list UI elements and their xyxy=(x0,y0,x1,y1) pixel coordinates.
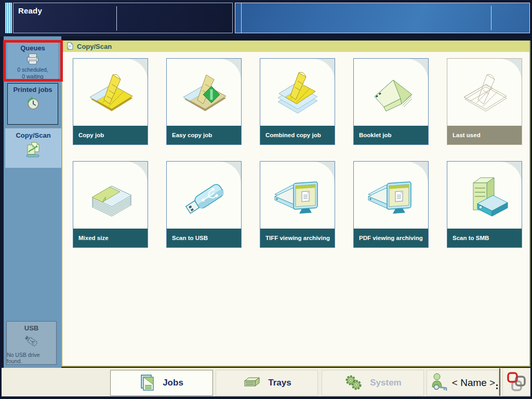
status-ready-label: Ready xyxy=(18,6,42,15)
tile-easy-copy-job[interactable]: Easy copy job xyxy=(166,58,242,145)
copy-scan-header: Copy/Scan xyxy=(62,41,529,52)
copy-scan-pages-icon xyxy=(24,141,42,158)
tray-icon xyxy=(242,376,261,390)
usb-status-text: No USB drive found. xyxy=(7,352,56,364)
printed-jobs-label: Printed jobs xyxy=(13,86,52,94)
tile-label: TIFF viewing archiving xyxy=(260,229,335,247)
tile-combined-copy-job[interactable]: Combined copy job xyxy=(260,58,335,145)
tile-last-used[interactable]: Last used xyxy=(447,58,522,145)
tile-icon-area xyxy=(260,59,335,126)
sidebar-item-queues[interactable]: Queues 0 scheduled, 0 waiting xyxy=(7,43,58,80)
queues-scheduled-count: 0 scheduled, xyxy=(17,66,48,73)
tile-pdf-viewing-archiving[interactable]: PDF viewing archiving xyxy=(353,161,429,248)
tile-label: Scan to USB xyxy=(167,229,241,247)
status-panel-divider xyxy=(116,6,117,31)
tile-icon-area xyxy=(167,59,241,126)
gears-icon xyxy=(344,375,363,391)
tile-scan-to-usb[interactable]: Scan to USB xyxy=(166,161,242,248)
switch-workspace-button[interactable] xyxy=(502,368,530,396)
scanner-monitor-icon xyxy=(364,169,418,221)
tile-icon-area xyxy=(447,162,522,229)
scanner-monitor-icon xyxy=(271,169,325,221)
tile-copy-job[interactable]: Copy job xyxy=(73,58,148,145)
tile-label: Combined copy job xyxy=(260,126,335,144)
tab-system[interactable]: System xyxy=(322,370,424,396)
tile-icon-area xyxy=(354,162,428,229)
login-name-label: < Name > xyxy=(452,377,495,389)
sidebar-item-copy-scan[interactable]: Copy/Scan xyxy=(5,128,61,168)
tile-icon-area xyxy=(167,162,241,229)
status-bar: Ready xyxy=(0,0,532,36)
login-name-button[interactable]: < Name > xyxy=(427,370,499,396)
server-binder-icon xyxy=(458,169,512,221)
scan-doc-icon xyxy=(66,42,74,50)
booklet-icon xyxy=(364,66,418,118)
tile-mixed-size[interactable]: Mixed size xyxy=(73,161,148,248)
brand-stripes xyxy=(5,3,12,33)
tile-scan-to-smb[interactable]: Scan to SMB xyxy=(447,161,522,248)
media-status-panel xyxy=(235,3,530,33)
tile-label: Easy copy job xyxy=(167,126,241,144)
jobs-doc-icon xyxy=(140,374,155,392)
tab-trays[interactable]: Trays xyxy=(216,370,318,396)
combined-copy-icon xyxy=(271,66,325,118)
queues-waiting-count: 0 waiting xyxy=(22,73,43,80)
divider-grip-dots xyxy=(496,384,498,391)
tile-icon-area xyxy=(354,59,428,126)
main-content: Copy/Scan Copy job xyxy=(61,41,530,367)
printer-icon xyxy=(25,54,41,65)
sidebar-item-usb[interactable]: USB No USB drive found. xyxy=(6,321,57,365)
media-panel-divider-left xyxy=(241,3,242,33)
page-title: Copy/Scan xyxy=(77,43,112,50)
queues-label: Queues xyxy=(20,44,45,52)
tile-icon-area xyxy=(73,162,148,229)
tile-label: PDF viewing archiving xyxy=(354,229,428,247)
tab-trays-label: Trays xyxy=(268,378,291,388)
usb-stick-icon xyxy=(177,169,231,221)
tab-jobs-label: Jobs xyxy=(163,378,183,388)
printer-touchscreen: Ready Queues 0 scheduled, 0 waiting Prin xyxy=(0,0,532,399)
tile-label: Last used xyxy=(447,126,522,144)
tile-label: Booklet job xyxy=(354,126,428,144)
tile-icon-area xyxy=(260,162,335,229)
usb-outline-icon xyxy=(21,334,42,350)
tile-icon-area xyxy=(73,59,148,126)
tile-tiff-viewing-archiving[interactable]: TIFF viewing archiving xyxy=(260,161,335,248)
easy-copy-icon xyxy=(177,66,231,118)
media-panel-divider-right xyxy=(491,6,491,30)
person-key-icon xyxy=(430,373,448,393)
copy-sheet-icon xyxy=(84,66,138,118)
usb-label: USB xyxy=(24,324,38,332)
tab-system-label: System xyxy=(370,378,401,388)
screen-frame-bottom xyxy=(0,396,532,399)
tile-booklet-job[interactable]: Booklet job xyxy=(353,58,429,145)
screen-frame-left xyxy=(0,368,2,399)
tile-label: Copy job xyxy=(73,126,148,144)
tile-label: Scan to SMB xyxy=(447,229,522,247)
bottom-bar-divider xyxy=(499,368,500,396)
printer-status-panel: Ready xyxy=(13,3,233,33)
history-icon xyxy=(25,95,41,112)
tab-jobs[interactable]: Jobs xyxy=(110,370,213,396)
mixed-size-stack-icon xyxy=(84,169,138,221)
bottom-tab-bar: Jobs Trays System xyxy=(2,368,530,396)
sidebar: Queues 0 scheduled, 0 waiting Printed jo… xyxy=(0,36,61,368)
sidebar-item-printed-jobs[interactable]: Printed jobs xyxy=(7,83,58,125)
overlap-squares-icon xyxy=(506,371,527,393)
copy-scan-label: Copy/Scan xyxy=(16,131,50,139)
last-used-outline-icon xyxy=(458,66,512,118)
tile-icon-area xyxy=(447,59,522,126)
tile-label: Mixed size xyxy=(73,229,148,247)
